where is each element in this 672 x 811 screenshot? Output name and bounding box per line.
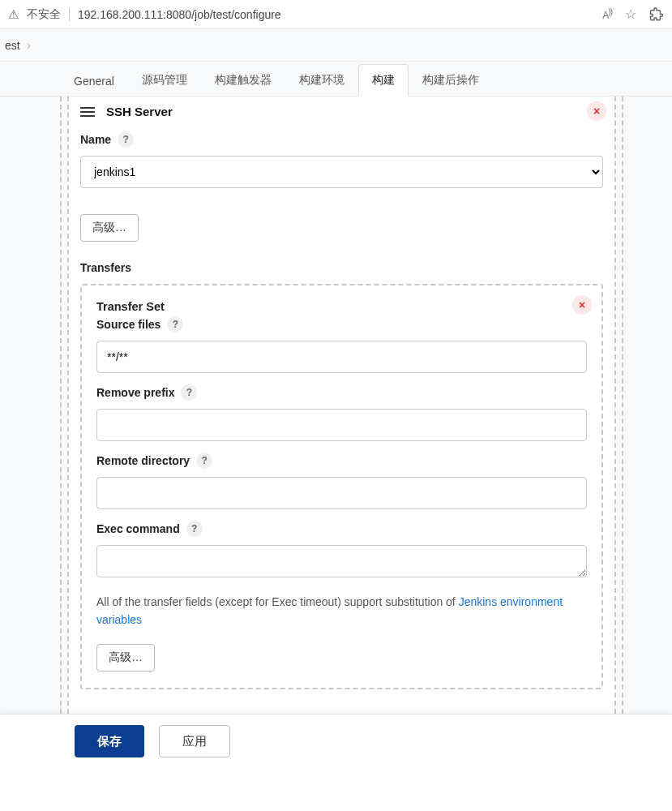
- config-tabs: General 源码管理 构建触发器 构建环境 构建 构建后操作: [0, 62, 672, 96]
- source-files-label: Source files: [96, 318, 161, 331]
- remote-directory-field: Remote directory ?: [96, 453, 587, 509]
- transfer-hint: All of the transfer fields (except for E…: [96, 593, 587, 629]
- source-files-input[interactable]: [96, 341, 587, 373]
- advanced-button[interactable]: 高级…: [80, 214, 139, 242]
- tab-triggers[interactable]: 构建触发器: [201, 64, 285, 96]
- transfer-set-box: × Transfer Set Source files ? Remove pre…: [80, 284, 603, 689]
- close-icon: ×: [579, 299, 585, 311]
- ssh-server-header: SSH Server ×: [80, 105, 603, 118]
- delete-transfer-button[interactable]: ×: [572, 295, 592, 315]
- warning-icon: ⚠: [8, 7, 19, 22]
- tab-build[interactable]: 构建: [358, 64, 409, 97]
- chevron-right-icon: ›: [27, 38, 31, 53]
- url-text[interactable]: 192.168.200.111:8080/job/test/configure: [78, 8, 281, 21]
- ssh-server-title: SSH Server: [106, 105, 173, 118]
- drag-handle-icon[interactable]: [80, 107, 95, 117]
- tab-general[interactable]: General: [60, 66, 128, 96]
- read-aloud-icon[interactable]: A)): [602, 7, 612, 21]
- tab-scm[interactable]: 源码管理: [128, 64, 201, 96]
- transfer-set-title: Transfer Set: [96, 300, 587, 313]
- breadcrumb-item[interactable]: est: [5, 39, 20, 52]
- remote-directory-label: Remote directory: [96, 454, 190, 467]
- outer-dashed-column: SSH Server × Name ? jenkins1 高级… Transfe…: [60, 97, 623, 714]
- exec-command-input[interactable]: [96, 545, 587, 577]
- remove-prefix-input[interactable]: [96, 409, 587, 441]
- delete-step-button[interactable]: ×: [587, 101, 606, 121]
- remove-prefix-label: Remove prefix: [96, 386, 174, 399]
- help-icon[interactable]: ?: [196, 453, 212, 469]
- breadcrumb: est ›: [0, 29, 672, 62]
- help-icon[interactable]: ?: [118, 131, 134, 148]
- transfer-advanced-button[interactable]: 高级…: [96, 644, 155, 672]
- name-select[interactable]: jenkins1: [80, 156, 603, 188]
- favorite-icon[interactable]: ☆: [625, 6, 636, 22]
- footer-bar: 保存 应用: [0, 714, 672, 769]
- close-icon: ×: [593, 105, 600, 117]
- help-icon[interactable]: ?: [181, 384, 197, 401]
- address-bar-right: A)) ☆: [602, 6, 664, 22]
- insecure-label: 不安全: [27, 7, 61, 22]
- tab-post[interactable]: 构建后操作: [409, 64, 493, 96]
- name-field: Name ? jenkins1 高级…: [80, 131, 603, 242]
- hint-text: All of the transfer fields (except for E…: [96, 595, 459, 608]
- help-icon[interactable]: ?: [186, 521, 203, 537]
- remote-directory-input[interactable]: [96, 477, 587, 509]
- config-body: SSH Server × Name ? jenkins1 高级… Transfe…: [0, 96, 672, 714]
- tab-env[interactable]: 构建环境: [285, 64, 358, 96]
- browser-address-bar: ⚠ 不安全 192.168.200.111:8080/job/test/conf…: [0, 0, 672, 29]
- remove-prefix-field: Remove prefix ?: [96, 384, 587, 441]
- name-label: Name: [80, 133, 111, 146]
- inner-dashed-column: SSH Server × Name ? jenkins1 高级… Transfe…: [67, 97, 616, 714]
- apply-button[interactable]: 应用: [159, 725, 230, 757]
- help-icon[interactable]: ?: [167, 316, 183, 333]
- exec-command-label: Exec command: [96, 522, 180, 535]
- divider: [69, 8, 70, 21]
- exec-command-field: Exec command ?: [96, 521, 587, 580]
- save-button[interactable]: 保存: [75, 725, 144, 757]
- extensions-icon[interactable]: [649, 7, 664, 22]
- transfers-label: Transfers: [80, 261, 603, 274]
- source-files-field: Source files ?: [96, 316, 587, 373]
